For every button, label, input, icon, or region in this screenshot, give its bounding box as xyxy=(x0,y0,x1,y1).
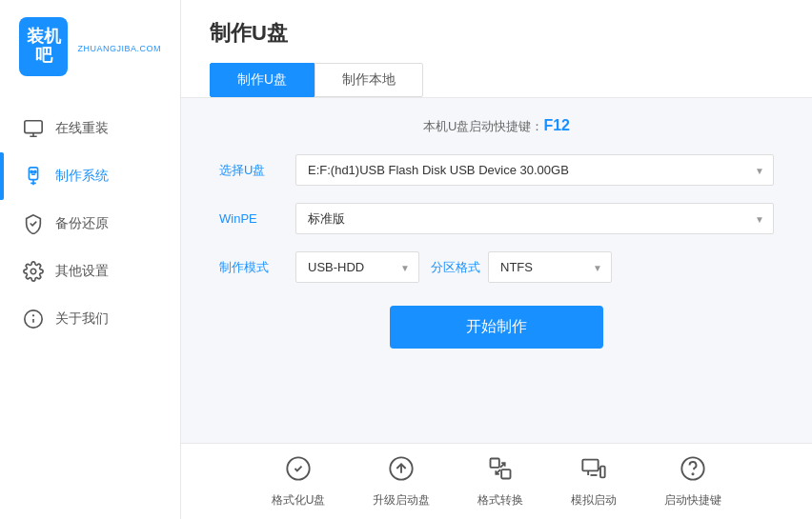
winpe-control: 标准版 xyxy=(295,203,774,234)
check-circle-icon xyxy=(285,455,312,488)
partition-wrapper[interactable]: NTFS xyxy=(488,251,612,283)
split-selects: USB-HDD 分区格式 NTFS xyxy=(295,251,774,283)
partition-dropdown[interactable]: NTFS xyxy=(488,251,612,283)
toolbar-format-usb-label: 格式化U盘 xyxy=(272,492,326,509)
partition-label: 分区格式 xyxy=(431,259,480,276)
select-usb-control: E:F:(hd1)USB Flash Disk USB Device 30.00… xyxy=(295,154,774,186)
svg-point-16 xyxy=(682,457,704,479)
toolbar-item-boot-shortcut[interactable]: 启动快捷键 xyxy=(664,455,721,509)
start-button[interactable]: 开始制作 xyxy=(390,306,603,349)
monitor-icon xyxy=(23,118,44,139)
toolbar-item-format-convert[interactable]: 格式转换 xyxy=(477,455,523,509)
make-mode-wrapper[interactable]: USB-HDD xyxy=(295,251,419,283)
partition-group: 分区格式 NTFS xyxy=(431,251,612,283)
winpe-row: WinPE 标准版 xyxy=(210,203,783,234)
logo-area: 装机吧 ZHUANGJIBA.COM xyxy=(0,0,180,86)
toolbar-item-format-usb[interactable]: 格式化U盘 xyxy=(272,455,326,509)
main-content: 制作U盘 制作U盘 制作本地 本机U盘启动快捷键：F12 选择U盘 E:F:(h… xyxy=(181,0,812,519)
make-mode-row: 制作模式 USB-HDD 分区格式 NTFS xyxy=(210,251,783,283)
keyboard-icon xyxy=(680,455,706,488)
page-title: 制作U盘 xyxy=(210,19,783,48)
toolbar-item-simulate-boot[interactable]: 模拟启动 xyxy=(571,455,617,509)
select-usb-dropdown[interactable]: E:F:(hd1)USB Flash Disk USB Device 30.00… xyxy=(295,154,774,186)
sidebar-item-online-reinstall-label: 在线重装 xyxy=(55,120,109,137)
arrow-up-circle-icon xyxy=(388,455,415,488)
winpe-label: WinPE xyxy=(219,211,295,226)
winpe-dropdown[interactable]: 标准版 xyxy=(295,203,774,234)
sidebar-item-make-system[interactable]: 制作系统 xyxy=(0,152,180,200)
tabs: 制作U盘 制作本地 xyxy=(210,63,783,97)
info-icon xyxy=(23,309,44,329)
logo-subtitle: ZHUANGJIBA.COM xyxy=(77,44,161,53)
sidebar-item-about-us[interactable]: 关于我们 xyxy=(0,295,180,343)
shield-icon xyxy=(23,213,44,234)
tab-make-usb[interactable]: 制作U盘 xyxy=(210,63,315,97)
sidebar-item-make-system-label: 制作系统 xyxy=(55,168,109,185)
svg-rect-14 xyxy=(583,459,599,470)
bottom-toolbar: 格式化U盘 升级启动盘 格式转换 xyxy=(181,443,812,519)
make-mode-label: 制作模式 xyxy=(219,259,295,276)
hotkey-value: F12 xyxy=(543,117,570,133)
hotkey-prefix: 本机U盘启动快捷键： xyxy=(423,119,543,133)
make-mode-dropdown[interactable]: USB-HDD xyxy=(295,251,419,283)
toolbar-format-convert-label: 格式转换 xyxy=(477,492,523,509)
toolbar-item-upgrade-boot[interactable]: 升级启动盘 xyxy=(373,455,430,509)
svg-rect-0 xyxy=(25,121,42,133)
select-usb-wrapper[interactable]: E:F:(hd1)USB Flash Disk USB Device 30.00… xyxy=(295,154,774,186)
nav-items: 在线重装 制作系统 备份还原 xyxy=(0,105,180,519)
select-usb-label: 选择U盘 xyxy=(219,162,295,179)
sidebar: 装机吧 ZHUANGJIBA.COM 在线重装 xyxy=(0,0,181,519)
convert-icon xyxy=(487,455,514,488)
svg-rect-1 xyxy=(29,168,37,180)
sidebar-item-other-settings-label: 其他设置 xyxy=(55,263,109,280)
sidebar-item-backup-restore-label: 备份还原 xyxy=(55,215,109,232)
sidebar-item-online-reinstall[interactable]: 在线重装 xyxy=(0,105,180,152)
logo-box: 装机吧 xyxy=(19,17,68,76)
toolbar-simulate-boot-label: 模拟启动 xyxy=(571,492,617,509)
winpe-wrapper[interactable]: 标准版 xyxy=(295,203,774,234)
svg-rect-15 xyxy=(600,466,605,477)
hotkey-notice: 本机U盘启动快捷键：F12 xyxy=(210,117,783,135)
sidebar-item-other-settings[interactable]: 其他设置 xyxy=(0,248,180,295)
svg-rect-13 xyxy=(501,469,510,478)
logo-cn-text: 装机吧 xyxy=(19,28,68,66)
svg-point-3 xyxy=(34,170,36,172)
usb-icon xyxy=(23,166,44,187)
desktop-icon xyxy=(580,455,607,488)
main-header: 制作U盘 制作U盘 制作本地 xyxy=(181,0,812,98)
toolbar-boot-shortcut-label: 启动快捷键 xyxy=(664,492,721,509)
toolbar-upgrade-boot-label: 升级启动盘 xyxy=(373,492,430,509)
sidebar-item-about-us-label: 关于我们 xyxy=(55,310,109,328)
select-usb-row: 选择U盘 E:F:(hd1)USB Flash Disk USB Device … xyxy=(210,154,783,186)
svg-point-2 xyxy=(30,170,32,172)
svg-point-5 xyxy=(30,269,36,274)
sidebar-item-backup-restore[interactable]: 备份还原 xyxy=(0,200,180,248)
content-body: 本机U盘启动快捷键：F12 选择U盘 E:F:(hd1)USB Flash Di… xyxy=(181,98,812,368)
tab-make-local[interactable]: 制作本地 xyxy=(315,63,423,97)
svg-rect-12 xyxy=(491,458,499,467)
svg-point-17 xyxy=(693,473,694,474)
gear-icon xyxy=(23,261,44,282)
